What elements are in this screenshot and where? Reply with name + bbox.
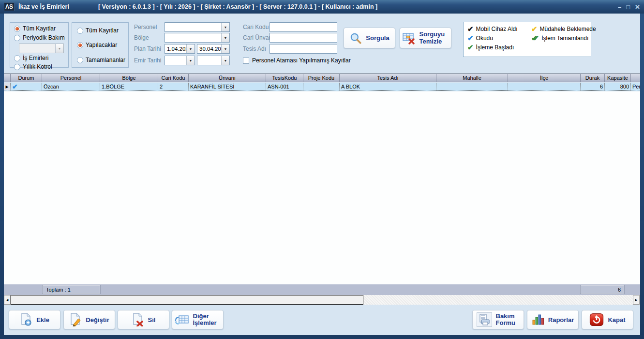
table-row[interactable]: ▶ ✔ Özcan 1.BÖLGE 2 KARANFİL SİTESİ ASN-…: [4, 83, 640, 91]
chevron-down-icon[interactable]: ▼: [221, 33, 229, 42]
column-header-kapasite[interactable]: Kapasite: [605, 74, 631, 82]
radio-tamamlananlar[interactable]: Tamamlananlar: [77, 57, 125, 63]
personel-atamasi-checkbox-row[interactable]: Personel Ataması Yapılmamış Kayıtlar: [243, 57, 351, 64]
cell-durum: ✔: [11, 83, 42, 90]
status-bar: Toplam : 1 6: [4, 284, 640, 295]
radio-dot[interactable]: [77, 42, 83, 48]
bolge-select[interactable]: ▼: [165, 33, 230, 43]
reports-chart-icon: [532, 314, 544, 325]
checkbox-label: Personel Ataması Yapılmamış Kayıtlar: [252, 57, 351, 64]
sorgula-button[interactable]: Sorgula: [344, 28, 395, 48]
cell-clipped: Periy: [631, 83, 640, 90]
chevron-down-icon[interactable]: ▼: [221, 44, 229, 53]
minimize-button[interactable]: –: [618, 4, 621, 10]
check-icon: ✔: [531, 25, 538, 32]
cari-unvani-input[interactable]: [270, 33, 337, 43]
chevron-down-icon[interactable]: ▼: [221, 23, 229, 31]
sorguyu-temizle-button[interactable]: Sorguyu Temizle: [400, 28, 451, 48]
radio-dot[interactable]: [77, 57, 83, 63]
radio-label: Periyodik Bakım: [23, 34, 65, 41]
bakim-formu-button[interactable]: Bakım Formu: [472, 310, 524, 329]
chevron-down-icon[interactable]: ▼: [186, 44, 195, 53]
radio-dot[interactable]: [14, 35, 20, 41]
legend-item: ✔✔ İşlem Tamamlandı: [531, 33, 596, 43]
radio-is-emirleri[interactable]: İş Emirleri: [14, 55, 48, 61]
column-header-mahalle[interactable]: Mahalle: [436, 74, 508, 82]
sil-button[interactable]: Sil: [118, 310, 169, 329]
column-header-tesiskodu[interactable]: TesisKodu: [266, 74, 303, 82]
legend-label: Müdahele Beklemede: [540, 26, 596, 32]
emir-end-date[interactable]: ▼: [197, 56, 230, 65]
cell-tesiskodu: ASN-001: [266, 83, 303, 90]
plan-end-date[interactable]: 30.04.2026 ▼: [197, 44, 230, 54]
add-document-icon: [20, 313, 32, 326]
column-header-cari-kodu[interactable]: Cari Kodu: [158, 74, 189, 82]
column-header-proje-kodu[interactable]: Proje Kodu: [303, 74, 340, 82]
maximize-button[interactable]: □: [626, 4, 630, 10]
legend-label: İşlem Tamamlandı: [541, 35, 588, 42]
column-header-unvani[interactable]: Ünvanı: [189, 74, 266, 82]
periyodik-bakim-select[interactable]: ▼: [19, 44, 64, 53]
check-icon: ✔: [467, 25, 474, 32]
button-label: Bakım Formu: [496, 313, 520, 327]
check-icon: ✔: [12, 83, 18, 90]
personel-select[interactable]: ▼: [165, 22, 230, 32]
main-content: Tüm Kayıtlar Periyodik Bakım ▼ İş Emirle…: [4, 14, 640, 335]
kapat-button[interactable]: Kapat: [582, 310, 633, 329]
edit-document-icon: [69, 313, 82, 326]
other-operations-icon: [175, 313, 189, 326]
ekle-button[interactable]: Ekle: [9, 310, 60, 329]
button-label: Değiştir: [86, 316, 109, 324]
radio-label: Yapılacaklar: [86, 42, 117, 48]
scroll-right-icon[interactable]: ►: [633, 295, 640, 305]
radio-yapilacaklar[interactable]: Yapılacaklar: [77, 42, 117, 48]
maintenance-form-icon: [477, 312, 492, 327]
radio-yillik-kotrol[interactable]: Yıllık Kotrol: [14, 63, 52, 70]
title-info: [ Versiyon : 6.0.1.3 ] - [ Yılı : 2026 ]…: [98, 3, 377, 10]
cell-mahalle: [436, 83, 508, 90]
chevron-down-icon[interactable]: ▼: [186, 56, 195, 65]
tesis-adi-input[interactable]: [270, 44, 337, 54]
radio-periyodik-bakim[interactable]: Periyodik Bakım: [14, 34, 65, 41]
radio-tum-kayitlar-2[interactable]: Tüm Kayıtlar: [77, 27, 119, 34]
diger-islemler-button[interactable]: Diğer İşlemler: [172, 310, 224, 329]
checkbox[interactable]: [243, 58, 249, 64]
radio-dot[interactable]: [14, 26, 20, 32]
app-window: ΛS İkaz ve İş Emirleri [ Versiyon : 6.0.…: [0, 0, 644, 339]
table-header-row: Durum Personel Bölge Cari Kodu Ünvanı Te…: [4, 74, 640, 82]
column-header-durum[interactable]: Durum: [11, 74, 42, 82]
status-filter-group: Tüm Kayıtlar Yapılacaklar Tamamlananlar: [72, 22, 129, 68]
title-bar: ΛS İkaz ve İş Emirleri [ Versiyon : 6.0.…: [0, 0, 644, 14]
radio-label: İş Emirleri: [23, 55, 48, 61]
column-header-durak[interactable]: Durak: [581, 74, 605, 82]
horizontal-scrollbar[interactable]: ◄ ►: [4, 295, 640, 305]
bolge-label: Bölge: [134, 34, 149, 41]
radio-dot[interactable]: [14, 55, 20, 61]
total-count: Toplam : 1: [43, 285, 100, 294]
radio-tum-kayitlar-1[interactable]: Tüm Kayıtlar: [14, 25, 56, 32]
column-header-tesis-adi[interactable]: Tesis Adı: [340, 74, 436, 82]
cell-durak: 6: [581, 83, 605, 90]
cari-kodu-input[interactable]: [270, 22, 337, 32]
emir-tarihi-label: Emir Tarihi: [134, 57, 161, 64]
radio-dot[interactable]: [14, 64, 20, 70]
raporlar-button[interactable]: Raporlar: [527, 310, 579, 329]
radio-dot[interactable]: [77, 28, 83, 34]
degistir-button[interactable]: Değiştir: [63, 310, 115, 329]
scroll-left-icon[interactable]: ◄: [4, 295, 11, 305]
cell-ilce: [508, 83, 581, 90]
column-header-bolge[interactable]: Bölge: [100, 74, 158, 82]
tesis-adi-label: Tesis Adı: [243, 45, 266, 52]
close-button[interactable]: ✕: [635, 4, 640, 10]
emir-start-date[interactable]: ▼: [165, 56, 195, 65]
chevron-down-icon[interactable]: ▼: [55, 44, 63, 53]
cell-cari-kodu: 2: [158, 83, 189, 90]
button-label: Sorgula: [366, 34, 389, 42]
column-header-ilce[interactable]: İlçe: [508, 74, 581, 82]
scrollbar-thumb[interactable]: [11, 295, 363, 305]
chevron-down-icon[interactable]: ▼: [221, 56, 229, 65]
row-selector-header: [4, 74, 11, 82]
status-legend: ✔ Mobil Cihaz Aldı ✔ Okudu ✔ İşleme Başl…: [463, 22, 591, 57]
column-header-personel[interactable]: Personel: [42, 74, 100, 82]
plan-start-date[interactable]: 1.04.2026 ▼: [165, 44, 195, 54]
